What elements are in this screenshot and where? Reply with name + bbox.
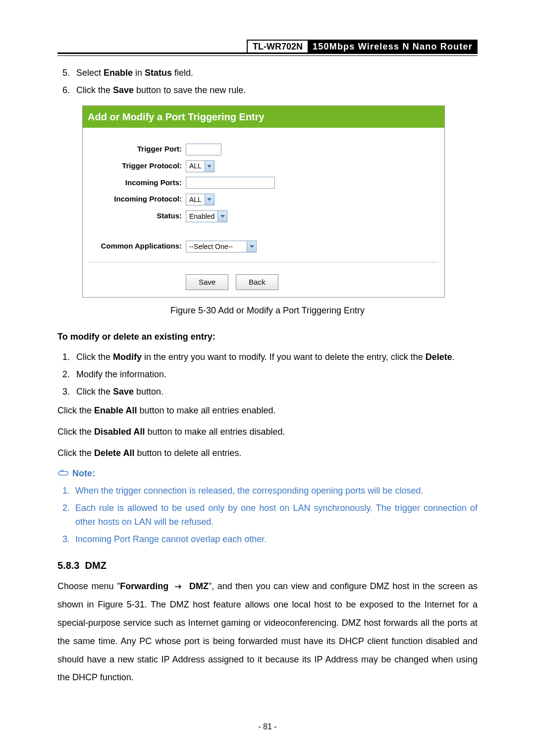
dmz-paragraph: Choose menu "Forwarding DMZ", and then y…	[57, 577, 478, 687]
trigger-port-input[interactable]	[186, 144, 221, 155]
page-number: - 81 -	[0, 720, 535, 733]
label-incoming-protocol: Incoming Protocol:	[83, 193, 186, 205]
incoming-ports-input[interactable]	[186, 177, 275, 189]
figure-caption: Figure 5-30 Add or Modify a Port Trigger…	[57, 303, 478, 318]
arrow-right-icon	[175, 584, 183, 589]
save-button[interactable]: Save	[186, 274, 228, 290]
common-applications-select[interactable]: --Select One--	[186, 241, 257, 252]
chevron-down-icon	[205, 161, 214, 172]
chevron-down-icon	[217, 211, 227, 222]
label-incoming-ports: Incoming Ports:	[83, 177, 186, 189]
modify-step-2: Modify the information.	[72, 367, 478, 382]
status-select[interactable]: Enabled	[186, 210, 227, 222]
screenshot-title: Add or Modify a Port Triggering Entry	[83, 106, 444, 128]
modify-step-1: Click the Modify in the entry you want t…	[72, 350, 478, 364]
header-description: 150Mbps Wireless N Nano Router	[308, 40, 478, 53]
disable-all-text: Click the Disabled All button to make al…	[57, 423, 478, 441]
header-model: TL-WR702N	[247, 40, 308, 53]
step-6: Click the Save button to save the new ru…	[72, 83, 478, 98]
label-trigger-protocol: Trigger Protocol:	[83, 160, 186, 172]
page-header: TL-WR702N 150Mbps Wireless N Nano Router	[57, 40, 478, 56]
enable-all-text: Click the Enable All button to make all …	[57, 402, 478, 420]
note-list: When the trigger connection is released,…	[57, 484, 478, 547]
pointing-hand-icon	[57, 469, 68, 477]
incoming-protocol-select[interactable]: ALL	[186, 194, 214, 205]
chevron-down-icon	[247, 241, 256, 252]
label-common-applications: Common Applications:	[83, 240, 186, 252]
delete-all-text: Click the Delete All button to delete al…	[57, 444, 478, 462]
note-2: Each rule is allowed to be used only by …	[72, 501, 478, 530]
trigger-protocol-select[interactable]: ALL	[186, 160, 214, 172]
note-heading: Note:	[57, 466, 478, 481]
chevron-down-icon	[205, 194, 214, 205]
port-trigger-screenshot: Add or Modify a Port Triggering Entry Tr…	[82, 105, 445, 298]
back-button[interactable]: Back	[236, 274, 278, 290]
section-heading: 5.8.3 DMZ	[57, 557, 478, 573]
note-3: Incoming Port Range cannot overlap each …	[72, 532, 478, 547]
label-trigger-port: Trigger Port:	[83, 143, 186, 155]
steps-top: Select Enable in Status field. Click the…	[57, 66, 478, 98]
note-1: When the trigger connection is released,…	[72, 484, 478, 498]
modify-heading: To modify or delete an existing entry:	[57, 330, 478, 344]
label-status: Status:	[83, 210, 186, 222]
modify-step-3: Click the Save button.	[72, 385, 478, 399]
modify-steps: Click the Modify in the entry you want t…	[57, 350, 478, 399]
step-5: Select Enable in Status field.	[72, 66, 478, 80]
